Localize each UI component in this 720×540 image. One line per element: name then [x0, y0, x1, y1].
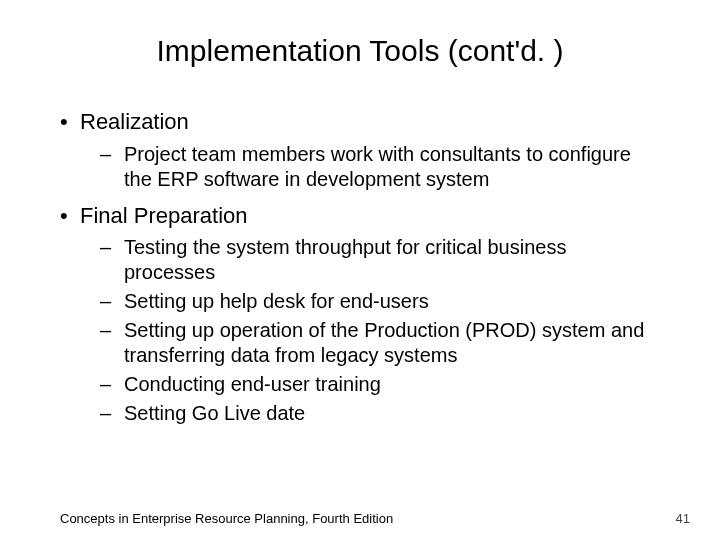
bullet-level2: – Project team members work with consult…: [100, 142, 660, 192]
dash-icon: –: [100, 142, 124, 192]
bullet-level2: – Setting up help desk for end-users: [100, 289, 660, 314]
dash-icon: –: [100, 401, 124, 426]
bullet-text: Project team members work with consultan…: [124, 142, 660, 192]
bullet-level2: – Testing the system throughput for crit…: [100, 235, 660, 285]
bullet-level2: – Conducting end-user training: [100, 372, 660, 397]
footer-text: Concepts in Enterprise Resource Planning…: [60, 511, 393, 526]
page-title: Implementation Tools (cont'd. ): [60, 34, 660, 68]
bullet-text: Testing the system throughput for critic…: [124, 235, 660, 285]
bullet-dot-icon: •: [60, 202, 80, 230]
dash-icon: –: [100, 318, 124, 368]
bullet-group-final-preparation: • Final Preparation – Testing the system…: [60, 202, 660, 427]
bullet-level2: – Setting up operation of the Production…: [100, 318, 660, 368]
slide-body: • Realization – Project team members wor…: [60, 108, 660, 426]
bullet-text: Realization: [80, 108, 189, 136]
dash-icon: –: [100, 372, 124, 397]
bullet-text: Setting up help desk for end-users: [124, 289, 429, 314]
bullet-level1: • Realization: [60, 108, 660, 136]
bullet-level1: • Final Preparation: [60, 202, 660, 230]
bullet-dot-icon: •: [60, 108, 80, 136]
slide-footer: Concepts in Enterprise Resource Planning…: [60, 511, 690, 526]
dash-icon: –: [100, 235, 124, 285]
bullet-text: Conducting end-user training: [124, 372, 381, 397]
bullet-group-realization: • Realization – Project team members wor…: [60, 108, 660, 192]
bullet-text: Setting Go Live date: [124, 401, 305, 426]
bullet-text: Setting up operation of the Production (…: [124, 318, 660, 368]
slide: Implementation Tools (cont'd. ) • Realiz…: [0, 0, 720, 540]
page-number: 41: [676, 511, 690, 526]
dash-icon: –: [100, 289, 124, 314]
bullet-level2: – Setting Go Live date: [100, 401, 660, 426]
bullet-text: Final Preparation: [80, 202, 248, 230]
